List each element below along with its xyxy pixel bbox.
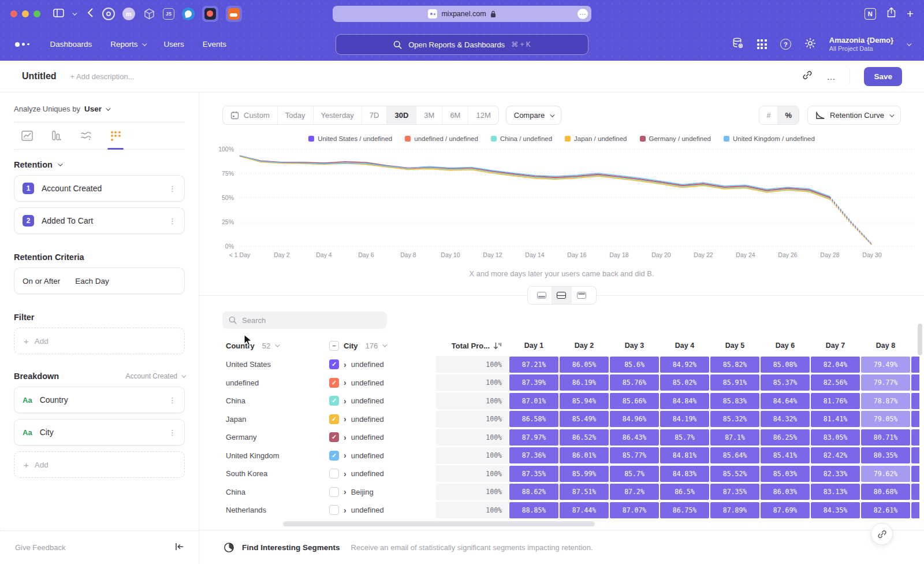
chart-only-view-icon[interactable] xyxy=(532,287,552,304)
nav-item-events[interactable]: Events xyxy=(203,40,226,49)
retention-cell[interactable]: 87.69% xyxy=(761,502,810,518)
table-search-input[interactable]: Search xyxy=(222,311,387,329)
retention-cell[interactable]: 84.92% xyxy=(660,357,709,373)
total-column-header[interactable]: Total Pro... xyxy=(436,342,509,350)
give-feedback-link[interactable]: Give Feedback xyxy=(15,543,65,552)
maximize-window-icon[interactable] xyxy=(33,10,40,17)
expand-chevron-icon[interactable]: › xyxy=(344,470,346,478)
row-checkbox[interactable] xyxy=(329,469,339,478)
save-button[interactable]: Save xyxy=(864,67,902,86)
nav-item-users[interactable]: Users xyxy=(164,40,184,49)
horizontal-scrollbar[interactable] xyxy=(222,521,901,526)
retention-cell[interactable]: 84.83% xyxy=(660,466,709,482)
retention-cell[interactable]: 87.89% xyxy=(710,502,759,518)
add-filter-button[interactable]: + Add xyxy=(14,328,185,354)
retention-cell[interactable]: 83.13% xyxy=(811,484,860,500)
table-row[interactable]: China✓›undefined100%87.01%85.94%85.66%84… xyxy=(222,392,924,410)
row-checkbox[interactable]: ✓ xyxy=(329,396,339,406)
add-description-button[interactable]: + Add description... xyxy=(70,72,135,81)
legend-item[interactable]: United States / undefined xyxy=(308,135,392,142)
retention-cell[interactable]: 88.62% xyxy=(509,484,558,500)
tab-insights[interactable] xyxy=(21,129,33,142)
retention-cell[interactable]: 86.03% xyxy=(761,484,810,500)
address-bar[interactable]: mixpanel.com ⋯ xyxy=(333,6,591,22)
retention-cell[interactable]: 85.77% xyxy=(610,447,659,463)
more-options-icon[interactable]: … xyxy=(826,72,836,81)
range-6m[interactable]: 6M xyxy=(442,106,468,124)
percent-values-toggle[interactable]: % xyxy=(778,106,799,124)
retention-cell[interactable]: 81.41% xyxy=(811,411,860,427)
criteria-mode[interactable]: On or After xyxy=(23,277,60,285)
step-event-name[interactable]: Added To Cart xyxy=(42,216,93,225)
range-3m[interactable]: 3M xyxy=(416,106,442,124)
retention-cell[interactable]: 80.35% xyxy=(861,447,910,463)
day-column-header[interactable]: Day 1 xyxy=(509,342,559,350)
retention-cell[interactable]: 85.02% xyxy=(660,374,709,391)
kebab-menu-icon[interactable]: ⋮ xyxy=(169,217,176,225)
retention-cell[interactable]: 87.51% xyxy=(560,484,609,500)
range-12m[interactable]: 12M xyxy=(468,106,498,124)
retention-cell[interactable]: 87.1% xyxy=(710,429,759,446)
retention-cell[interactable]: 87.01% xyxy=(509,393,558,409)
legend-item[interactable]: Japan / undefined xyxy=(565,135,627,142)
city-column-header[interactable]: – City 176 xyxy=(329,341,436,351)
help-icon[interactable]: ? xyxy=(780,39,791,50)
vertical-scrollbar-thumb[interactable] xyxy=(918,324,922,355)
js-extension-icon[interactable]: JS xyxy=(163,8,174,20)
close-window-icon[interactable] xyxy=(10,10,17,17)
split-view-icon[interactable] xyxy=(552,287,572,304)
retention-cell[interactable]: 85.6% xyxy=(610,357,659,373)
retention-cell[interactable]: 84.19% xyxy=(660,411,709,427)
retention-cell[interactable]: 85.83% xyxy=(710,393,759,409)
minimize-window-icon[interactable] xyxy=(22,10,29,17)
retention-cell[interactable]: 86.19% xyxy=(560,374,609,391)
select-all-checkbox[interactable]: – xyxy=(329,341,339,351)
retention-cell[interactable]: 83.05% xyxy=(811,429,860,446)
retention-cell[interactable]: 85.41% xyxy=(761,447,810,463)
window-controls[interactable] xyxy=(10,10,40,17)
range-30d[interactable]: 30D xyxy=(387,106,416,124)
retention-cell[interactable]: 85.99% xyxy=(560,466,609,482)
expand-chevron-icon[interactable]: › xyxy=(344,506,346,514)
tab-retention[interactable] xyxy=(109,129,122,142)
retention-cell[interactable]: 79.05% xyxy=(861,411,910,427)
project-switcher[interactable]: Amazonia {Demo} All Project Data xyxy=(829,36,893,53)
retention-cell[interactable]: 79.77% xyxy=(861,374,910,391)
retention-cell[interactable]: 85.64% xyxy=(710,447,759,463)
find-segments-button[interactable]: Find Interesting Segments xyxy=(242,543,340,552)
data-management-icon[interactable] xyxy=(732,37,744,51)
retention-cell[interactable]: 84.32% xyxy=(761,411,810,427)
retention-criteria-card[interactable]: On or After Each Day xyxy=(14,268,185,294)
expand-chevron-icon[interactable]: › xyxy=(344,379,346,387)
kebab-menu-icon[interactable]: ⋮ xyxy=(169,184,176,193)
retention-step-1[interactable]: 1 Account Created ⋮ xyxy=(14,175,185,202)
retention-cell[interactable]: 84.35% xyxy=(811,502,860,518)
retention-cell[interactable]: 88.85% xyxy=(509,502,558,518)
bird-extension-icon[interactable] xyxy=(182,8,195,20)
day-column-header[interactable]: Day 5 xyxy=(710,342,760,350)
retention-cell[interactable]: 87.36% xyxy=(509,447,558,463)
retention-cell[interactable]: 85.32% xyxy=(710,411,759,427)
retention-cell[interactable]: 82.33% xyxy=(811,466,860,482)
table-row[interactable]: China›Beijing100%88.62%87.51%87.2%86.5%8… xyxy=(222,483,924,502)
soundcloud-extension-icon[interactable] xyxy=(226,6,242,22)
retention-cell[interactable]: 82.56% xyxy=(811,374,860,391)
apps-grid-icon[interactable] xyxy=(757,39,767,49)
retention-cell[interactable]: 85.52% xyxy=(710,466,759,482)
kebab-menu-icon[interactable]: ⋮ xyxy=(169,396,176,405)
collapse-sidebar-icon[interactable] xyxy=(175,543,184,553)
tab-funnels[interactable] xyxy=(50,129,63,142)
table-row[interactable]: United States✓›undefined100%87.21%86.05%… xyxy=(222,355,924,374)
expand-chevron-icon[interactable]: › xyxy=(344,451,346,459)
retention-cell[interactable]: 80.68% xyxy=(861,484,910,500)
breakdown-city[interactable]: Aa City ⋮ xyxy=(14,419,185,446)
retention-cell[interactable]: 86.01% xyxy=(560,447,609,463)
retention-cell[interactable]: 85.7% xyxy=(610,466,659,482)
breakdown-country[interactable]: Aa Country ⋮ xyxy=(14,387,185,413)
retention-cell[interactable]: 81.76% xyxy=(811,393,860,409)
retention-cell[interactable]: 85.08% xyxy=(761,357,810,373)
row-checkbox[interactable] xyxy=(329,487,339,497)
retention-cell[interactable]: 82.61% xyxy=(861,502,910,518)
retention-cell[interactable]: 85.82% xyxy=(710,357,759,373)
notion-extension-icon[interactable]: N xyxy=(865,8,876,20)
